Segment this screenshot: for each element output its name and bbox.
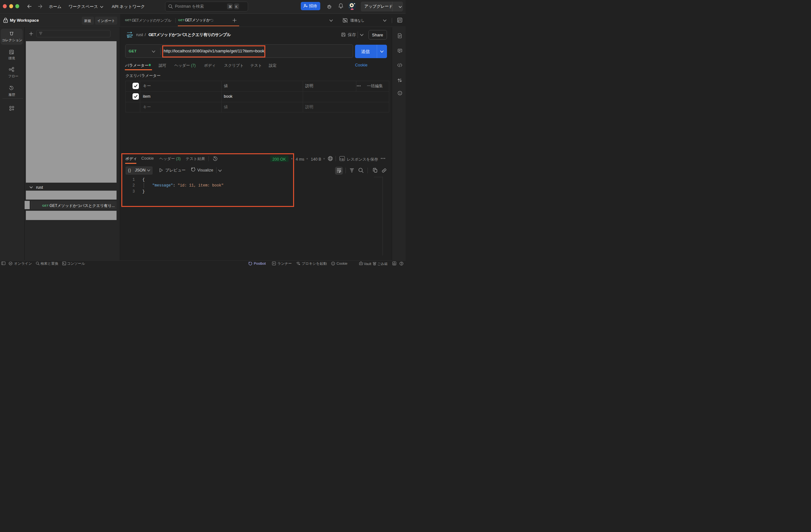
svg-text:x: x [398, 20, 399, 22]
svg-text:HTTP: HTTP [127, 33, 133, 36]
